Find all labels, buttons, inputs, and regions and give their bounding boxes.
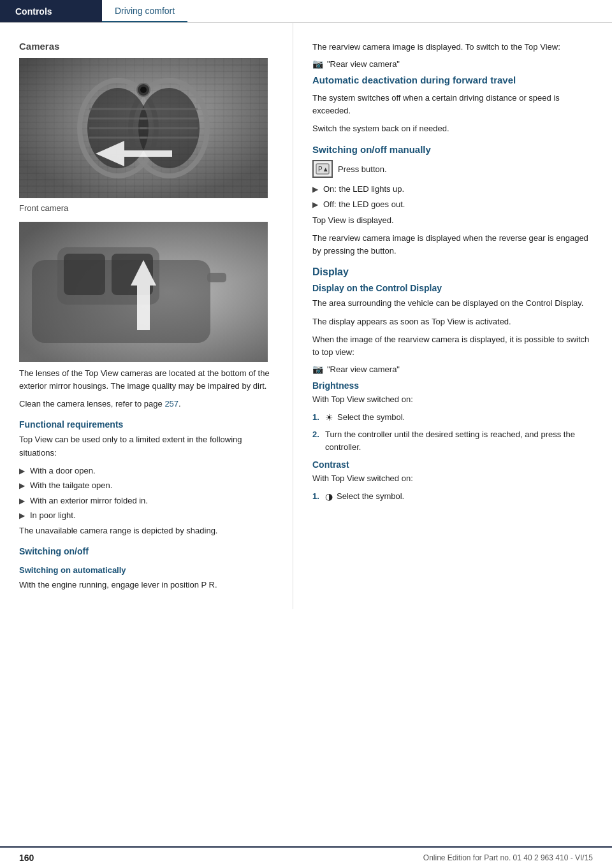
- left-column: Cameras: [0, 23, 293, 609]
- contrast-heading: Contrast: [312, 459, 593, 470]
- display-desc1: The area surrounding the vehicle can be …: [312, 297, 593, 310]
- bullet-door: ▶ With a door open.: [19, 465, 273, 477]
- page-number: 160: [19, 853, 34, 863]
- right-column: The rearview camera image is displayed. …: [293, 23, 612, 609]
- page-ref-link[interactable]: 257: [164, 399, 178, 409]
- driving-comfort-tab[interactable]: Driving comfort: [102, 0, 187, 22]
- bullet-arrow-icon: ▶: [312, 199, 318, 210]
- bullet-arrow-icon: ▶: [312, 184, 318, 195]
- bullet-arrow-icon: ▶: [19, 495, 25, 507]
- footer-edition-text: Online Edition for Part no. 01 40 2 963 …: [423, 853, 593, 862]
- page-header: Controls Driving comfort: [0, 0, 612, 23]
- svg-rect-19: [64, 254, 105, 295]
- off-led-item: ▶ Off: the LED goes out.: [312, 198, 593, 211]
- svg-text:P▲: P▲: [318, 166, 329, 173]
- camera-icon: 📷: [312, 59, 323, 69]
- display-control-heading: Display on the Control Display: [312, 283, 593, 293]
- controls-tab[interactable]: Controls: [0, 0, 102, 22]
- contrast-icon: ◑: [325, 490, 333, 503]
- bullet-arrow-icon: ▶: [19, 480, 25, 491]
- rearview-icon-label: "Rear view camera": [327, 59, 400, 69]
- rearview-display-desc: The rearview camera image is displayed. …: [312, 41, 593, 54]
- contrast-with-text: With Top View switched on:: [312, 472, 593, 485]
- bullet-light: ▶ In poor light.: [19, 509, 273, 522]
- unavailable-desc: The unavailable camera range is depicted…: [19, 524, 273, 537]
- press-button-text: Press button.: [338, 164, 387, 174]
- functional-req-desc: Top View can be used only to a limited e…: [19, 433, 273, 459]
- rearview-icon-row: 📷 "Rear view camera": [312, 59, 593, 69]
- brightness-step2: 2. Turn the controller until the desired…: [312, 428, 593, 453]
- svg-rect-21: [207, 273, 226, 282]
- brightness-heading: Brightness: [312, 380, 593, 391]
- front-camera-image: [19, 58, 268, 198]
- switching-on-auto-heading: Switching on automatically: [19, 565, 273, 575]
- display-icon-row: 📷 "Rear view camera": [312, 364, 593, 374]
- display-main-heading: Display: [312, 266, 593, 278]
- sun-icon: ☀: [325, 411, 333, 424]
- bullet-arrow-icon: ▶: [19, 465, 25, 477]
- bullet-tailgate: ▶ With the tailgate open.: [19, 479, 273, 492]
- rearview-desc2: The rearview camera image is displayed w…: [312, 232, 593, 257]
- button-svg: P▲: [316, 163, 330, 175]
- brightness-with-text: With Top View switched on:: [312, 393, 593, 406]
- brightness-step1: 1. ☀ Select the symbol.: [312, 411, 593, 424]
- top-view-displayed-text: Top View is displayed.: [312, 214, 593, 227]
- driving-comfort-label: Driving comfort: [115, 6, 175, 16]
- press-button-row: P▲ Press button.: [312, 160, 593, 178]
- front-camera-caption: Front camera: [19, 203, 273, 213]
- button-icon: P▲: [312, 160, 333, 178]
- display-desc3: When the image of the rearview camera is…: [312, 333, 593, 359]
- bullet-mirror: ▶ With an exterior mirror folded in.: [19, 495, 273, 507]
- on-led-item: ▶ On: the LED lights up.: [312, 183, 593, 196]
- controls-label: Controls: [15, 6, 52, 17]
- top-camera-image: [19, 222, 268, 362]
- top-camera-svg: [19, 222, 268, 362]
- clean-lenses-desc: Clean the camera lenses, refer to page 2…: [19, 398, 273, 410]
- switching-on-auto-desc: With the engine running, engage lever in…: [19, 579, 273, 591]
- cameras-heading: Cameras: [19, 41, 273, 52]
- display-icon-label: "Rear view camera": [327, 365, 400, 374]
- switch-manual-heading: Switching on/off manually: [312, 144, 593, 155]
- svg-point-14: [140, 87, 147, 93]
- switching-on-off-heading: Switching on/off: [19, 546, 273, 556]
- front-camera-svg: [19, 58, 268, 198]
- display-desc2: The display appears as soon as Top View …: [312, 315, 593, 328]
- main-content: Cameras: [0, 23, 612, 609]
- top-view-lenses-desc: The lenses of the Top View cameras are l…: [19, 367, 273, 393]
- contrast-step1: 1. ◑ Select the symbol.: [312, 490, 593, 503]
- functional-req-heading: Functional requirements: [19, 419, 273, 430]
- auto-deact-desc2: Switch the system back on if needed.: [312, 122, 593, 135]
- bullet-arrow-icon: ▶: [19, 510, 25, 521]
- auto-deact-desc1: The system switches off when a certain d…: [312, 92, 593, 117]
- display-camera-icon: 📷: [312, 364, 323, 374]
- page-footer: 160 Online Edition for Part no. 01 40 2 …: [0, 846, 612, 868]
- auto-deact-heading: Automatic deactivation during forward tr…: [312, 74, 593, 87]
